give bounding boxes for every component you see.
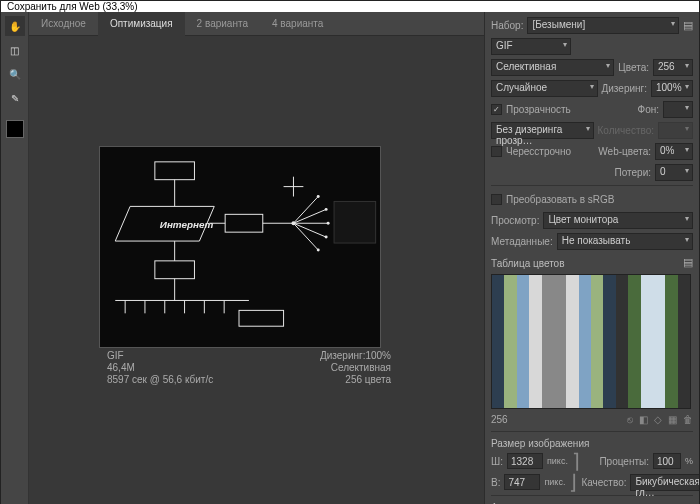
tab-original[interactable]: Исходное: [29, 12, 98, 36]
slice-tool[interactable]: ◫: [5, 40, 25, 60]
tab-2up[interactable]: 2 варианта: [185, 12, 260, 36]
svg-rect-0: [100, 147, 379, 347]
metadata-select[interactable]: Не показывать: [557, 233, 693, 250]
status-timing: 8597 сек @ 56,6 кбит/с: [107, 374, 213, 385]
websnap-label: Web-цвета:: [598, 146, 651, 157]
preview-profile-label: Просмотр:: [491, 215, 539, 226]
svg-rect-32: [334, 201, 376, 243]
preset-label: Набор:: [491, 20, 523, 31]
eyedropper-tool[interactable]: ✎: [5, 88, 25, 108]
lossy-input[interactable]: 0: [655, 164, 693, 181]
srgb-checkbox[interactable]: [491, 194, 502, 205]
amount-input: [658, 122, 693, 139]
preset-select[interactable]: [Безымени]: [527, 17, 679, 34]
flyout-menu-icon[interactable]: ▤: [683, 19, 693, 32]
transparency-label: Прозрачность: [506, 104, 571, 115]
svg-point-12: [317, 195, 320, 198]
width-input[interactable]: [507, 453, 543, 469]
lock-icon[interactable]: ⎋: [627, 414, 633, 425]
image-preview: Интернет: [99, 146, 381, 348]
srgb-label: Преобразовать в sRGB: [506, 194, 615, 205]
color-swatch[interactable]: [6, 120, 24, 138]
color-count: 256: [491, 414, 508, 425]
preview-status: GIF 46,4M 8597 сек @ 56,6 кбит/с Дизерин…: [99, 348, 399, 387]
websnap-input[interactable]: 0%: [655, 143, 693, 160]
status-dither: Дизеринг:100%: [320, 350, 391, 361]
format-select[interactable]: GIF: [491, 38, 571, 55]
percent-label: Проценты:: [599, 456, 649, 467]
color-table[interactable]: [491, 274, 691, 409]
status-size: 46,4M: [107, 362, 213, 373]
link-icon[interactable]: ⌉: [572, 457, 580, 465]
add-color-icon[interactable]: ◇: [654, 414, 662, 425]
map-icon[interactable]: ◧: [639, 414, 648, 425]
quality-select[interactable]: Бикубическая, гл…: [630, 474, 699, 491]
height-label: В:: [491, 477, 500, 488]
svg-point-16: [327, 222, 330, 225]
colors-select[interactable]: 256: [653, 59, 693, 76]
transparency-checkbox[interactable]: ✓: [491, 104, 502, 115]
trash-icon[interactable]: 🗑: [683, 414, 693, 425]
status-format: GIF: [107, 350, 213, 361]
canvas-area[interactable]: Интернет: [29, 36, 484, 504]
image-size-title: Размер изображения: [491, 438, 693, 449]
svg-point-14: [325, 208, 328, 211]
matte-label: Фон:: [638, 104, 659, 115]
dither-method-select[interactable]: Случайное: [491, 80, 598, 97]
svg-point-18: [325, 236, 328, 239]
window-title: Сохранить для Web (33,3%): [7, 1, 138, 12]
dither-label: Дизеринг:: [602, 83, 648, 94]
matte-select[interactable]: [663, 101, 693, 118]
lossy-label: Потери:: [615, 167, 651, 178]
quality-label: Качество:: [581, 477, 626, 488]
interlaced-label: Чересстрочно: [506, 146, 571, 157]
hand-tool[interactable]: ✋: [5, 16, 25, 36]
svg-point-20: [317, 248, 320, 251]
svg-text:Интернет: Интернет: [160, 219, 214, 230]
new-color-icon[interactable]: ▦: [668, 414, 677, 425]
tab-optimized[interactable]: Оптимизация: [98, 12, 185, 36]
interlaced-checkbox[interactable]: [491, 146, 502, 157]
color-table-title: Таблица цветов: [491, 258, 565, 269]
dither-input[interactable]: 100%: [651, 80, 693, 97]
settings-panel: Набор: [Безымени] ▤ GIF Селективная Цвет…: [484, 12, 699, 504]
metadata-label: Метаданные:: [491, 236, 553, 247]
tab-4up[interactable]: 4 варианта: [260, 12, 335, 36]
preview-profile-select[interactable]: Цвет монитора: [543, 212, 693, 229]
transparency-dither-select[interactable]: Без дизеринга прозр…: [491, 122, 594, 139]
zoom-tool[interactable]: 🔍: [5, 64, 25, 84]
title-bar: Сохранить для Web (33,3%): [1, 1, 699, 12]
colors-label: Цвета:: [618, 62, 649, 73]
width-label: Ш:: [491, 456, 503, 467]
status-method: Селективная: [320, 362, 391, 373]
reduction-select[interactable]: Селективная: [491, 59, 614, 76]
percent-input[interactable]: [653, 453, 681, 469]
height-input[interactable]: [504, 474, 540, 490]
view-tabs: Исходное Оптимизация 2 варианта 4 вариан…: [29, 12, 484, 36]
color-table-menu-icon[interactable]: ▤: [683, 256, 693, 269]
status-colors: 256 цвета: [320, 374, 391, 385]
amount-label: Количество:: [598, 125, 654, 136]
tool-strip: ✋ ◫ 🔍 ✎: [1, 12, 29, 504]
